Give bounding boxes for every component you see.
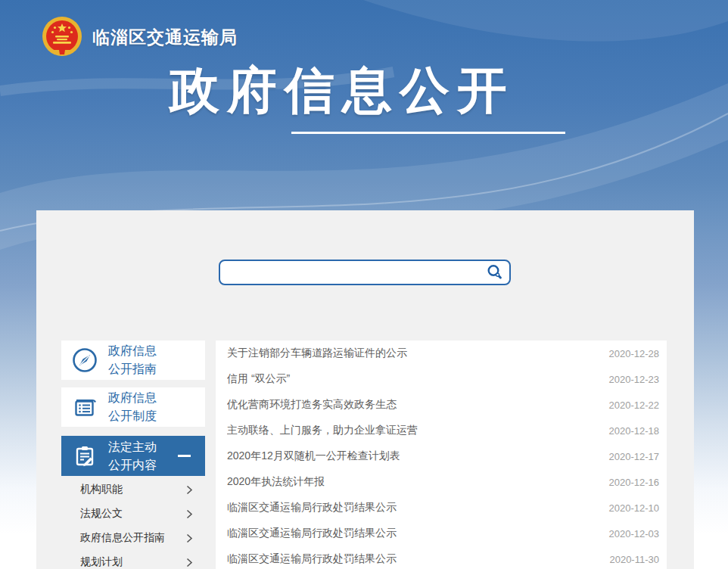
article-title[interactable]: 2020年12月双随机一公开检查计划表: [227, 449, 600, 463]
list-item[interactable]: 临淄区交通运输局行政处罚结果公示 2020-11-30: [216, 546, 667, 569]
sidebar: 政府信息 公开指南 政府信息 公开制度: [61, 340, 205, 569]
article-date: 2020-12-16: [609, 477, 660, 488]
article-title[interactable]: 2020年执法统计年报: [227, 475, 600, 489]
label-line-1: 政府信息: [108, 389, 157, 407]
clipboard-pencil-icon: [71, 443, 98, 470]
list-item[interactable]: 临淄区交通运输局行政处罚结果公示 2020-12-03: [216, 521, 667, 546]
label-line-2: 公开内容: [108, 456, 157, 474]
sidebar-subitem-regulations[interactable]: 法规公文: [61, 502, 205, 526]
chevron-right-icon: [186, 485, 193, 495]
subitem-label: 政府信息公开指南: [80, 531, 186, 545]
page-title: 政府信息公开: [170, 65, 515, 115]
sidebar-subitem-plans[interactable]: 规划计划: [61, 550, 205, 569]
list-item[interactable]: 2020年12月双随机一公开检查计划表 2020-12-17: [216, 443, 667, 469]
article-date: 2020-12-18: [609, 425, 660, 437]
article-date: 2020-12-10: [609, 502, 660, 514]
list-item[interactable]: 2020年执法统计年报 2020-12-16: [216, 469, 667, 495]
sidebar-item-label: 政府信息 公开指南: [108, 342, 157, 378]
list-item[interactable]: 信用 “双公示” 2020-12-23: [216, 366, 667, 392]
sidebar-subitem-disclosure-guide[interactable]: 政府信息公开指南: [61, 526, 205, 550]
subitem-label: 规划计划: [80, 555, 186, 569]
article-title[interactable]: 临淄区交通运输局行政处罚结果公示: [227, 527, 600, 540]
article-title[interactable]: 信用 “双公示”: [227, 372, 600, 386]
sidebar-subitem-agency-functions[interactable]: 机构职能: [61, 477, 205, 502]
subitem-label: 法规公文: [80, 507, 186, 521]
article-date: 2020-11-30: [609, 554, 659, 565]
title-underline: [291, 132, 565, 134]
label-line-2: 公开指南: [108, 360, 157, 378]
list-item[interactable]: 优化营商环境打造务实高效政务生态 2020-12-22: [216, 392, 667, 418]
article-date: 2020-12-17: [609, 451, 660, 462]
compass-icon: [71, 347, 98, 374]
chevron-right-icon: [186, 509, 193, 519]
search-button[interactable]: [486, 263, 509, 281]
sidebar-item-label: 法定主动 公开内容: [108, 438, 157, 474]
chevron-right-icon: [186, 558, 193, 567]
label-line-2: 公开制度: [108, 407, 157, 425]
article-list: 关于注销部分车辆道路运输证件的公示 2020-12-28 信用 “双公示” 20…: [216, 340, 667, 569]
sidebar-item-statutory-disclosure[interactable]: 法定主动 公开内容: [61, 436, 205, 476]
article-title[interactable]: 临淄区交通运输局行政处罚结果公示: [227, 552, 600, 566]
china-national-emblem-icon: [41, 16, 83, 58]
list-item[interactable]: 临淄区交通运输局行政处罚结果公示 2020-12-10: [216, 495, 667, 521]
search-input[interactable]: [220, 261, 486, 284]
article-title[interactable]: 优化营商环境打造务实高效政务生态: [227, 398, 600, 412]
label-line-1: 政府信息: [108, 342, 157, 360]
article-date: 2020-12-28: [609, 348, 660, 359]
minus-icon[interactable]: [178, 455, 191, 457]
content-panel: 政府信息 公开指南 政府信息 公开制度: [36, 210, 694, 569]
search-bar: [219, 260, 511, 285]
sidebar-item-gov-info-guide[interactable]: 政府信息 公开指南: [61, 340, 205, 380]
sidebar-item-gov-info-system[interactable]: 政府信息 公开制度: [61, 387, 205, 427]
article-title[interactable]: 关于注销部分车辆道路运输证件的公示: [227, 347, 600, 360]
site-brand: 临淄区交通运输局: [41, 15, 238, 59]
search-icon: [486, 263, 504, 281]
article-title[interactable]: 临淄区交通运输局行政处罚结果公示: [227, 501, 600, 515]
site-name: 临淄区交通运输局: [92, 26, 238, 49]
sidebar-submenu: 机构职能 法规公文 政府信息公开指南 规划计划: [61, 476, 205, 569]
label-line-1: 法定主动: [108, 438, 157, 456]
list-item[interactable]: 关于注销部分车辆道路运输证件的公示 2020-12-28: [216, 340, 667, 366]
article-date: 2020-12-22: [609, 400, 660, 411]
subitem-label: 机构职能: [80, 483, 186, 496]
article-date: 2020-12-03: [609, 528, 660, 539]
article-title[interactable]: 主动联络、上门服务，助力企业拿证运营: [227, 424, 600, 437]
ledger-icon: [71, 393, 98, 421]
sidebar-item-label: 政府信息 公开制度: [108, 389, 157, 425]
article-date: 2020-12-23: [609, 374, 660, 385]
chevron-right-icon: [186, 533, 193, 543]
list-item[interactable]: 主动联络、上门服务，助力企业拿证运营 2020-12-18: [216, 418, 667, 443]
